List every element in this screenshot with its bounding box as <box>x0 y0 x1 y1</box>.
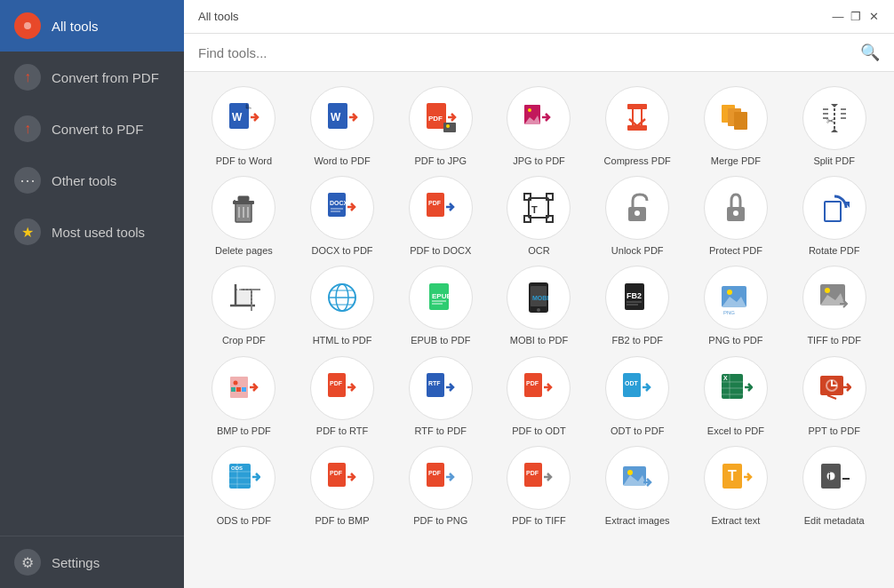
svg-rect-79 <box>231 387 235 392</box>
tool-ocr[interactable]: T OCR <box>493 176 585 257</box>
sidebar-item-convert-to-pdf[interactable]: ↑ Convert to PDF <box>0 103 184 155</box>
tool-label-docx-to-pdf: DOCX to PDF <box>312 245 373 257</box>
tool-html-to-pdf[interactable]: HTML to PDF <box>297 266 388 346</box>
tool-fb2-to-pdf[interactable]: FB2 FB2 to PDF <box>592 266 683 346</box>
sidebar-item-other-tools[interactable]: ⋯ Other tools <box>0 155 184 206</box>
sidebar-item-label: Convert from PDF <box>52 70 159 85</box>
tool-rtf-to-pdf[interactable]: RTF RTF to PDF <box>395 356 486 437</box>
tool-label-ppt-to-pdf: PPT to PDF <box>808 425 859 437</box>
svg-rect-18 <box>734 112 747 130</box>
tools-grid-container: W PDF to Word W Word to PDF PDF PDF to J… <box>184 72 894 588</box>
svg-rect-80 <box>236 387 241 392</box>
tool-label-rtf-to-pdf: RTF to PDF <box>415 425 467 437</box>
svg-text:i: i <box>828 472 831 481</box>
tool-bmp-to-pdf[interactable]: BMP to PDF <box>198 356 290 437</box>
tool-pdf-to-bmp[interactable]: PDF PDF to BMP <box>297 446 388 527</box>
window-title: All tools <box>198 10 239 23</box>
svg-text:PDF: PDF <box>330 470 343 476</box>
tool-icon-mobi-to-pdf: MOBI <box>507 266 571 330</box>
svg-point-78 <box>234 380 238 385</box>
tool-rotate-pdf[interactable]: Rotate PDF <box>788 176 880 257</box>
tool-pdf-to-odt[interactable]: PDF PDF to ODT <box>493 356 585 437</box>
tool-ppt-to-pdf[interactable]: PPT to PDF <box>788 356 880 437</box>
tool-png-to-pdf[interactable]: PNG PNG to PDF <box>690 266 782 346</box>
tool-label-excel-to-pdf: Excel to PDF <box>707 425 764 437</box>
svg-rect-26 <box>238 196 249 201</box>
tool-extract-images[interactable]: Extract images <box>592 446 683 527</box>
svg-point-71 <box>727 290 732 295</box>
tool-pdf-to-png[interactable]: PDF PDF to PNG <box>395 446 486 527</box>
svg-text:PDF: PDF <box>428 115 443 123</box>
tool-pdf-to-docx[interactable]: PDF PDF to DOCX <box>395 176 486 257</box>
tool-unlock-pdf[interactable]: Unlock PDF <box>592 176 683 257</box>
tool-label-split-pdf: Split PDF <box>813 155 854 167</box>
convert-from-pdf-icon: ↑ <box>14 64 41 91</box>
svg-point-10 <box>446 124 450 128</box>
tool-merge-pdf[interactable]: Merge PDF <box>690 86 782 167</box>
tool-icon-extract-text: T <box>704 446 768 510</box>
svg-text:EPUB: EPUB <box>432 292 451 300</box>
tool-icon-unlock-pdf <box>605 176 669 240</box>
svg-text:T: T <box>728 468 737 483</box>
tool-icon-pdf-to-bmp: PDF <box>310 446 374 510</box>
tool-crop-pdf[interactable]: Crop PDF <box>198 266 290 346</box>
svg-rect-47 <box>825 202 841 221</box>
tool-odt-to-pdf[interactable]: ODT ODT to PDF <box>592 356 683 437</box>
svg-point-1 <box>24 22 31 29</box>
tool-jpg-to-pdf[interactable]: JPG to PDF <box>493 86 585 167</box>
tool-icon-extract-images <box>605 446 669 510</box>
tool-edit-metadata[interactable]: i Edit metadata <box>788 446 880 527</box>
search-input[interactable] <box>198 45 853 60</box>
tool-icon-ppt-to-pdf <box>802 356 866 420</box>
svg-text:T: T <box>531 204 538 215</box>
tool-label-pdf-to-odt: PDF to ODT <box>512 425 566 437</box>
tool-ods-to-pdf[interactable]: ODS ODS to PDF <box>198 446 290 527</box>
svg-point-112 <box>627 470 633 475</box>
tool-label-jpg-to-pdf: JPG to PDF <box>513 155 565 167</box>
tool-tiff-to-pdf[interactable]: TIFF to PDF <box>788 266 880 346</box>
tool-split-pdf[interactable]: ✂ Split PDF <box>788 86 880 167</box>
sidebar-item-convert-from-pdf[interactable]: ↑ Convert from PDF <box>0 52 184 103</box>
sidebar-item-settings[interactable]: ⚙ Settings <box>0 536 184 588</box>
tool-compress-pdf[interactable]: Compress PDF <box>592 86 683 167</box>
tool-extract-text[interactable]: T Extract text <box>690 446 782 527</box>
close-button[interactable]: ✕ <box>867 11 880 23</box>
svg-text:PDF: PDF <box>428 200 442 206</box>
most-used-icon: ★ <box>14 219 41 245</box>
minimize-button[interactable]: — <box>832 11 844 23</box>
svg-text:MOBI: MOBI <box>532 295 548 301</box>
tool-label-bmp-to-pdf: BMP to PDF <box>217 425 271 437</box>
tool-icon-docx-to-pdf: DOCX <box>310 176 374 240</box>
tool-excel-to-pdf[interactable]: X Excel to PDF <box>690 356 782 437</box>
tool-label-pdf-to-bmp: PDF to BMP <box>315 515 370 527</box>
svg-rect-52 <box>235 290 251 306</box>
tool-word-to-pdf[interactable]: W Word to PDF <box>297 86 388 167</box>
sidebar-item-all-tools[interactable]: All tools <box>0 0 184 52</box>
tool-pdf-to-jpg[interactable]: PDF PDF to JPG <box>395 86 486 167</box>
tool-label-extract-images: Extract images <box>605 515 670 527</box>
tool-protect-pdf[interactable]: Protect PDF <box>690 176 782 257</box>
svg-text:W: W <box>232 111 243 123</box>
tool-epub-to-pdf[interactable]: EPUB EPUB to PDF <box>395 266 486 346</box>
sidebar-item-label: Other tools <box>52 173 116 188</box>
svg-line-98 <box>827 395 836 399</box>
tool-pdf-to-tiff[interactable]: PDF PDF to TIFF <box>493 446 585 527</box>
tool-label-pdf-to-word: PDF to Word <box>216 155 272 167</box>
tool-pdf-to-rtf[interactable]: PDF PDF to RTF <box>297 356 388 437</box>
sidebar-item-label: All tools <box>52 19 99 34</box>
tool-label-pdf-to-rtf: PDF to RTF <box>316 425 368 437</box>
tool-icon-tiff-to-pdf <box>802 266 866 330</box>
tool-icon-ods-to-pdf: ODS <box>212 446 275 510</box>
sidebar-item-most-used[interactable]: ★ Most used tools <box>0 206 184 258</box>
maximize-button[interactable]: ❐ <box>850 11 862 23</box>
tool-docx-to-pdf[interactable]: DOCX DOCX to PDF <box>297 176 388 257</box>
tool-icon-merge-pdf <box>704 86 768 150</box>
tool-mobi-to-pdf[interactable]: MOBI MOBI to PDF <box>493 266 585 346</box>
tool-delete-pages[interactable]: Delete pages <box>198 176 290 257</box>
tool-pdf-to-word[interactable]: W PDF to Word <box>198 86 290 167</box>
convert-to-pdf-icon: ↑ <box>14 115 41 142</box>
tool-icon-jpg-to-pdf <box>507 86 571 150</box>
tool-label-crop-pdf: Crop PDF <box>222 335 266 346</box>
tool-label-unlock-pdf: Unlock PDF <box>611 245 664 257</box>
tool-label-delete-pages: Delete pages <box>215 245 273 257</box>
